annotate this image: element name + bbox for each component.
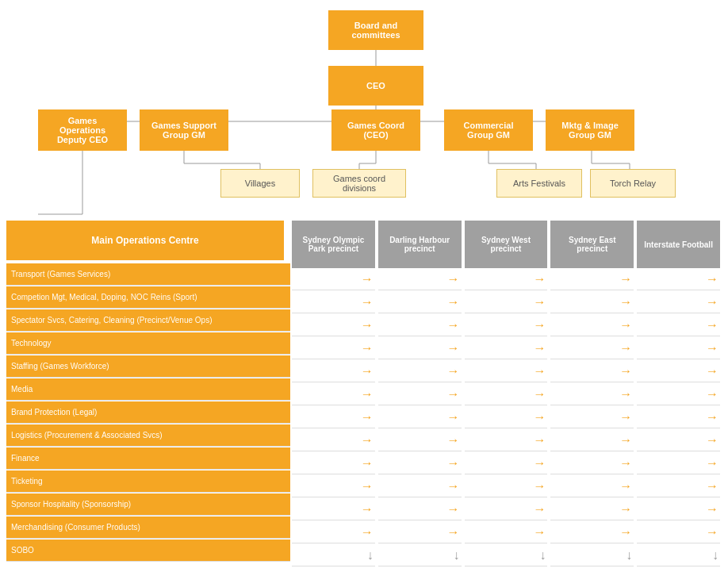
cell-4-3	[550, 360, 634, 382]
cell-1-3	[550, 291, 634, 313]
cell-0-2	[465, 268, 548, 290]
row-transport: Transport (Games Services)	[6, 263, 290, 286]
cell-7-3	[550, 429, 634, 451]
data-row-4	[290, 360, 722, 382]
cell-1-0	[292, 291, 375, 313]
l2-commercial-label: Commercial Group GM	[450, 121, 527, 140]
precinct-sydney-west: Sydney West precinct	[465, 221, 548, 268]
left-labels: Main Operations Centre Transport (Games …	[6, 221, 290, 567]
cell-6-2	[465, 406, 548, 428]
row-technology: Technology	[6, 332, 290, 355]
data-row-10	[290, 498, 722, 520]
precinct-sydney-olympic: Sydney Olympic Park precinct	[292, 221, 375, 268]
cell-9-4	[637, 475, 720, 497]
cell-2-1	[378, 314, 462, 336]
right-columns: Sydney Olympic Park precinct Darling Har…	[290, 221, 722, 567]
cell-4-4	[637, 360, 720, 382]
cell-9-1	[378, 475, 462, 497]
l2-mktg-label: Mktg & Image Group GM	[552, 121, 628, 140]
data-row-0	[290, 268, 722, 290]
cell-6-3	[550, 406, 634, 428]
cell-5-0	[292, 383, 375, 405]
cell-4-0	[292, 360, 375, 382]
cell-5-1	[378, 383, 462, 405]
cell-6-0	[292, 406, 375, 428]
cell-10-1	[378, 498, 462, 520]
cell-9-3	[550, 475, 634, 497]
moc-label: Main Operations Centre	[91, 235, 198, 246]
cell-8-4	[637, 452, 720, 474]
data-row-8	[290, 452, 722, 474]
data-row-12	[290, 544, 722, 566]
precinct-headers: Sydney Olympic Park precinct Darling Har…	[290, 221, 722, 268]
row-media: Media	[6, 378, 290, 401]
cell-0-3	[550, 268, 634, 290]
cell-8-1	[378, 452, 462, 474]
cell-3-1	[378, 337, 462, 359]
l2-commercial: Commercial Group GM	[444, 109, 533, 151]
cell-9-2	[465, 475, 548, 497]
l3-arts-label: Arts Festivals	[513, 179, 565, 188]
cell-0-4	[637, 268, 720, 290]
org-top-section: Board and committees CEO Games Operation…	[6, 6, 722, 221]
data-row-6	[290, 406, 722, 428]
cell-5-2	[465, 383, 548, 405]
cell-12-0	[292, 544, 375, 566]
moc-box: Main Operations Centre	[6, 221, 284, 260]
cell-6-4	[637, 406, 720, 428]
cell-7-1	[378, 429, 462, 451]
cell-4-1	[378, 360, 462, 382]
l2-games-support: Games Support Group GM	[140, 109, 228, 151]
row-merchandising: Merchandising (Consumer Products)	[6, 516, 290, 539]
data-row-5	[290, 383, 722, 405]
cell-11-3	[550, 521, 634, 543]
cell-10-4	[637, 498, 720, 520]
cell-11-1	[378, 521, 462, 543]
data-row-3	[290, 337, 722, 359]
main-matrix: Main Operations Centre Transport (Games …	[6, 221, 722, 567]
l2-games-coord: Games Coord (CEO)	[331, 109, 420, 151]
l3-games-coord-div: Games coord divisions	[312, 169, 406, 198]
row-ticketing: Ticketing	[6, 470, 290, 493]
data-row-9	[290, 475, 722, 497]
l2-games-ops-label: Games Operations Deputy CEO	[44, 116, 121, 144]
ceo-label: CEO	[366, 81, 385, 90]
l2-games-support-label: Games Support Group GM	[146, 121, 222, 140]
board-committees-box: Board and committees	[328, 10, 423, 50]
cell-12-3	[550, 544, 634, 566]
l2-games-ops: Games Operations Deputy CEO	[38, 109, 127, 151]
cell-1-1	[378, 291, 462, 313]
l2-mktg: Mktg & Image Group GM	[546, 109, 634, 151]
cell-12-4	[637, 544, 720, 566]
cell-4-2	[465, 360, 548, 382]
data-row-1	[290, 291, 722, 313]
cell-5-3	[550, 383, 634, 405]
cell-10-2	[465, 498, 548, 520]
cell-10-3	[550, 498, 634, 520]
row-competition: Competion Mgt, Medical, Doping, NOC Rein…	[6, 286, 290, 309]
row-brand: Brand Protection (Legal)	[6, 401, 290, 424]
data-rows	[290, 268, 722, 567]
cell-3-3	[550, 337, 634, 359]
cell-2-0	[292, 314, 375, 336]
cell-3-2	[465, 337, 548, 359]
row-spectator: Spectator Svcs, Catering, Cleaning (Prec…	[6, 309, 290, 332]
cell-5-4	[637, 383, 720, 405]
cell-12-2	[465, 544, 548, 566]
cell-0-1	[378, 268, 462, 290]
org-chart: Board and committees CEO Games Operation…	[0, 0, 728, 574]
row-staffing: Staffing (Games Workforce)	[6, 355, 290, 378]
precinct-interstate: Interstate Football	[637, 221, 720, 268]
cell-11-2	[465, 521, 548, 543]
cell-7-0	[292, 429, 375, 451]
cell-1-4	[637, 291, 720, 313]
cell-2-4	[637, 314, 720, 336]
cell-2-2	[465, 314, 548, 336]
precinct-sydney-east: Sydney East precinct	[550, 221, 634, 268]
row-sponsor: Sponsor Hospitality (Sponsorship)	[6, 493, 290, 516]
l3-torch-label: Torch Relay	[610, 179, 656, 188]
data-row-2	[290, 314, 722, 336]
cell-3-0	[292, 337, 375, 359]
cell-8-2	[465, 452, 548, 474]
cell-11-0	[292, 521, 375, 543]
